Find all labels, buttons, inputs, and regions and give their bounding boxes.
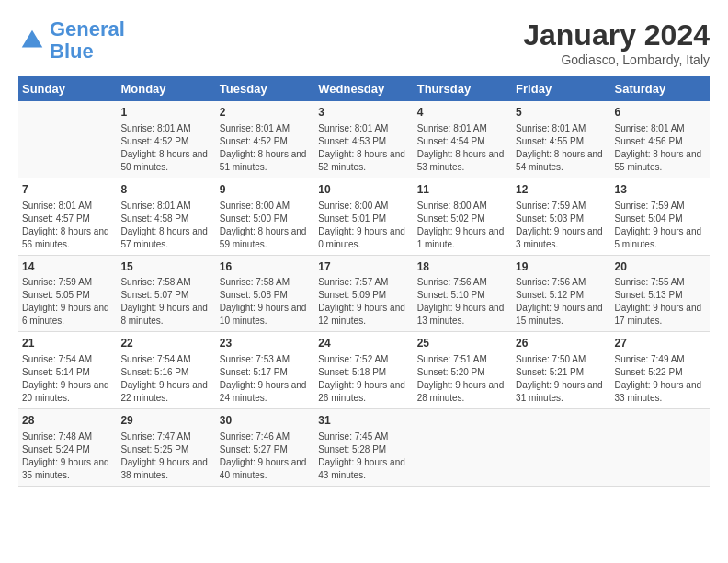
page-header: General Blue January 2024 Godiasco, Lomb… (18, 18, 710, 67)
day-info: Sunrise: 7:59 AMSunset: 5:04 PMDaylight:… (615, 200, 706, 251)
weekday-header-monday: Monday (117, 76, 215, 101)
calendar-week-row: 14Sunrise: 7:59 AMSunset: 5:05 PMDayligh… (18, 255, 710, 332)
day-number: 14 (22, 259, 113, 275)
calendar-week-row: 7Sunrise: 8:01 AMSunset: 4:57 PMDaylight… (18, 178, 710, 255)
calendar-cell: 10Sunrise: 8:00 AMSunset: 5:01 PMDayligh… (314, 178, 413, 255)
calendar-cell: 5Sunrise: 8:01 AMSunset: 4:55 PMDaylight… (512, 101, 610, 178)
day-number: 16 (220, 259, 311, 275)
calendar-cell: 28Sunrise: 7:48 AMSunset: 5:24 PMDayligh… (18, 409, 117, 487)
day-info: Sunrise: 8:01 AMSunset: 4:54 PMDaylight:… (417, 122, 508, 174)
weekday-header-row: SundayMondayTuesdayWednesdayThursdayFrid… (18, 76, 710, 101)
calendar-cell (414, 409, 512, 487)
calendar-cell: 18Sunrise: 7:56 AMSunset: 5:10 PMDayligh… (414, 255, 512, 332)
calendar-cell: 21Sunrise: 7:54 AMSunset: 5:14 PMDayligh… (18, 332, 117, 409)
day-info: Sunrise: 7:46 AMSunset: 5:27 PMDaylight:… (220, 431, 311, 482)
calendar-cell (512, 409, 610, 487)
day-info: Sunrise: 7:54 AMSunset: 5:16 PMDaylight:… (120, 353, 211, 405)
calendar-week-row: 28Sunrise: 7:48 AMSunset: 5:24 PMDayligh… (18, 409, 710, 487)
day-info: Sunrise: 7:52 AMSunset: 5:18 PMDaylight:… (318, 353, 409, 405)
title-block: January 2024 Godiasco, Lombardy, Italy (523, 18, 710, 67)
weekday-header-sunday: Sunday (18, 76, 117, 101)
logo-line1: General (50, 17, 125, 40)
main-title: January 2024 (523, 18, 710, 52)
day-number: 22 (120, 336, 211, 351)
calendar-cell: 8Sunrise: 8:01 AMSunset: 4:58 PMDaylight… (117, 178, 215, 255)
day-number: 7 (22, 182, 113, 198)
day-number: 4 (417, 105, 508, 121)
day-info: Sunrise: 7:50 AMSunset: 5:21 PMDaylight:… (516, 353, 607, 405)
calendar-cell: 7Sunrise: 8:01 AMSunset: 4:57 PMDaylight… (18, 178, 117, 255)
calendar-cell: 30Sunrise: 7:46 AMSunset: 5:27 PMDayligh… (216, 409, 314, 487)
day-info: Sunrise: 8:01 AMSunset: 4:52 PMDaylight:… (220, 122, 311, 174)
weekday-header-thursday: Thursday (414, 76, 512, 101)
day-info: Sunrise: 7:58 AMSunset: 5:07 PMDaylight:… (120, 276, 211, 327)
day-info: Sunrise: 8:00 AMSunset: 5:00 PMDaylight:… (220, 200, 311, 251)
day-info: Sunrise: 8:01 AMSunset: 4:55 PMDaylight:… (516, 122, 607, 174)
day-number: 12 (516, 182, 607, 198)
logo-text: General Blue (50, 18, 125, 63)
day-number: 30 (220, 413, 311, 429)
day-info: Sunrise: 8:00 AMSunset: 5:01 PMDaylight:… (318, 200, 409, 251)
logo-icon (18, 27, 46, 54)
day-info: Sunrise: 7:55 AMSunset: 5:13 PMDaylight:… (615, 276, 706, 327)
day-info: Sunrise: 8:01 AMSunset: 4:53 PMDaylight:… (318, 122, 409, 174)
day-number: 31 (318, 413, 409, 429)
day-info: Sunrise: 7:56 AMSunset: 5:10 PMDaylight:… (417, 276, 508, 327)
day-number: 1 (120, 105, 211, 121)
calendar-cell (18, 101, 117, 178)
calendar-cell: 1Sunrise: 8:01 AMSunset: 4:52 PMDaylight… (117, 101, 215, 178)
calendar-cell: 31Sunrise: 7:45 AMSunset: 5:28 PMDayligh… (314, 409, 413, 487)
day-number: 26 (516, 336, 607, 351)
day-number: 27 (615, 336, 706, 351)
day-number: 8 (120, 182, 211, 198)
calendar-cell: 22Sunrise: 7:54 AMSunset: 5:16 PMDayligh… (117, 332, 215, 409)
calendar-cell: 17Sunrise: 7:57 AMSunset: 5:09 PMDayligh… (314, 255, 413, 332)
calendar-cell: 24Sunrise: 7:52 AMSunset: 5:18 PMDayligh… (314, 332, 413, 409)
day-number: 11 (417, 182, 508, 198)
day-number: 9 (220, 182, 311, 198)
day-number: 29 (120, 413, 211, 429)
day-number: 15 (120, 259, 211, 275)
calendar-cell: 29Sunrise: 7:47 AMSunset: 5:25 PMDayligh… (117, 409, 215, 487)
day-number: 28 (22, 413, 113, 429)
calendar-cell: 6Sunrise: 8:01 AMSunset: 4:56 PMDaylight… (611, 101, 710, 178)
day-number: 3 (318, 105, 409, 121)
weekday-header-saturday: Saturday (611, 76, 710, 101)
day-info: Sunrise: 8:01 AMSunset: 4:52 PMDaylight:… (120, 122, 211, 174)
calendar-cell: 4Sunrise: 8:01 AMSunset: 4:54 PMDaylight… (414, 101, 512, 178)
calendar-week-row: 1Sunrise: 8:01 AMSunset: 4:52 PMDaylight… (18, 101, 710, 178)
subtitle: Godiasco, Lombardy, Italy (523, 52, 710, 67)
calendar-cell: 14Sunrise: 7:59 AMSunset: 5:05 PMDayligh… (18, 255, 117, 332)
calendar-cell: 23Sunrise: 7:53 AMSunset: 5:17 PMDayligh… (216, 332, 314, 409)
calendar-cell: 2Sunrise: 8:01 AMSunset: 4:52 PMDaylight… (216, 101, 314, 178)
day-number: 23 (220, 336, 311, 351)
day-info: Sunrise: 7:59 AMSunset: 5:03 PMDaylight:… (516, 200, 607, 251)
day-info: Sunrise: 7:56 AMSunset: 5:12 PMDaylight:… (516, 276, 607, 327)
svg-marker-0 (22, 30, 43, 48)
day-info: Sunrise: 7:53 AMSunset: 5:17 PMDaylight:… (220, 353, 311, 405)
day-number: 20 (615, 259, 706, 275)
day-info: Sunrise: 7:49 AMSunset: 5:22 PMDaylight:… (615, 353, 706, 405)
day-info: Sunrise: 8:00 AMSunset: 5:02 PMDaylight:… (417, 200, 508, 251)
day-info: Sunrise: 8:01 AMSunset: 4:58 PMDaylight:… (120, 200, 211, 251)
calendar-cell (611, 409, 710, 487)
day-number: 25 (417, 336, 508, 351)
calendar-cell: 20Sunrise: 7:55 AMSunset: 5:13 PMDayligh… (611, 255, 710, 332)
day-info: Sunrise: 8:01 AMSunset: 4:56 PMDaylight:… (615, 122, 706, 174)
weekday-header-tuesday: Tuesday (216, 76, 314, 101)
day-info: Sunrise: 7:48 AMSunset: 5:24 PMDaylight:… (22, 431, 113, 482)
day-info: Sunrise: 7:59 AMSunset: 5:05 PMDaylight:… (22, 276, 113, 327)
day-info: Sunrise: 7:51 AMSunset: 5:20 PMDaylight:… (417, 353, 508, 405)
weekday-header-wednesday: Wednesday (314, 76, 413, 101)
day-info: Sunrise: 7:47 AMSunset: 5:25 PMDaylight:… (120, 431, 211, 482)
day-number: 5 (516, 105, 607, 121)
day-info: Sunrise: 7:54 AMSunset: 5:14 PMDaylight:… (22, 353, 113, 405)
calendar-cell: 12Sunrise: 7:59 AMSunset: 5:03 PMDayligh… (512, 178, 610, 255)
day-number: 13 (615, 182, 706, 198)
day-info: Sunrise: 8:01 AMSunset: 4:57 PMDaylight:… (22, 200, 113, 251)
weekday-header-friday: Friday (512, 76, 610, 101)
day-number: 17 (318, 259, 409, 275)
day-info: Sunrise: 7:58 AMSunset: 5:08 PMDaylight:… (220, 276, 311, 327)
day-number: 10 (318, 182, 409, 198)
calendar-cell: 25Sunrise: 7:51 AMSunset: 5:20 PMDayligh… (414, 332, 512, 409)
